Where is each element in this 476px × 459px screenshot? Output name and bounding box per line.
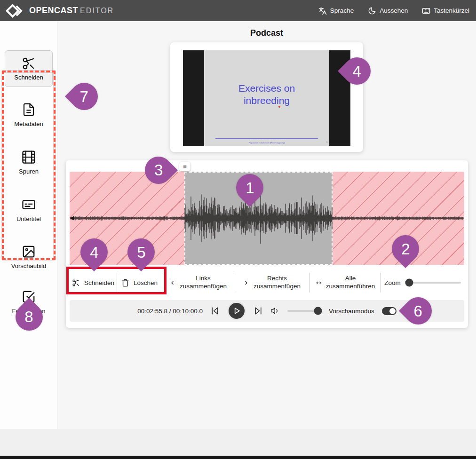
pin-number: 2 xyxy=(401,241,410,257)
time-display: 00:02:55.8 / 00:10:00.0 xyxy=(137,308,203,315)
volume-icon[interactable] xyxy=(270,306,280,316)
pillarbox-left xyxy=(183,50,204,146)
sidebar-item-metadaten[interactable]: Metadaten xyxy=(0,103,57,127)
merge-all-button[interactable]: Allezusammenführen xyxy=(310,269,381,296)
scissors-icon xyxy=(22,56,36,71)
sidebar: Schneiden Metadaten Spuren Untertitel Vo… xyxy=(0,21,57,429)
sidebar-item-spuren[interactable]: Spuren xyxy=(0,150,57,175)
appearance-label: Aussehen xyxy=(380,7,408,14)
preview-mode-toggle[interactable] xyxy=(382,307,397,315)
sidebar-item-label: Vorschaubild xyxy=(11,262,46,269)
film-icon xyxy=(22,150,36,164)
cut-button-label: Schneiden xyxy=(84,279,114,286)
chevron-right-icon xyxy=(243,280,249,286)
zoom-label: Zoom xyxy=(384,279,401,286)
trash-icon xyxy=(121,279,129,287)
cut-button[interactable]: Schneiden xyxy=(70,269,117,296)
shortcuts-button[interactable]: Tastenkürzel xyxy=(422,7,469,15)
arrow-left-right-icon xyxy=(316,280,322,286)
merge-right-label-1: Rechts xyxy=(267,275,287,282)
scrubber-handle[interactable]: ≡ xyxy=(179,162,190,171)
pin-number: 3 xyxy=(154,163,163,178)
drag-handle-icon: ≡ xyxy=(183,163,187,170)
merge-right-label-2: zusammenfügen xyxy=(254,283,301,290)
skip-forward-icon[interactable] xyxy=(254,306,263,316)
scissors-icon xyxy=(72,279,80,287)
shortcuts-label: Tastenkürzel xyxy=(434,7,469,14)
pin-number: 6 xyxy=(414,303,422,318)
timeline-button-row: Schneiden Löschen Linkszusammenfügen Rec… xyxy=(70,269,464,296)
slide-page-number: 1 xyxy=(326,141,327,143)
sidebar-item-label: Spuren xyxy=(19,168,39,175)
bottom-black-bar xyxy=(0,456,476,459)
pin-number: 8 xyxy=(25,309,33,324)
play-button[interactable] xyxy=(227,301,246,320)
pin-number: 1 xyxy=(246,180,254,196)
captions-icon xyxy=(22,198,36,212)
brand-suffix: EDITOR xyxy=(80,7,114,15)
toggle-knob xyxy=(389,308,396,314)
opencast-logo-icon xyxy=(6,4,24,18)
pin-number: 4 xyxy=(353,63,361,79)
merge-all-label-2: zusammenführen xyxy=(326,283,375,290)
document-icon xyxy=(22,103,36,117)
page-title: Podcast xyxy=(57,28,476,38)
merge-all-label-1: Alle xyxy=(345,275,356,282)
opencast-editor-page: OPENCAST EDITOR Sprache Aussehen Tastenk… xyxy=(0,0,476,459)
keyboard-icon xyxy=(422,7,430,15)
chevron-left-icon xyxy=(169,280,175,286)
sidebar-item-label: Metadaten xyxy=(14,120,43,127)
merge-left-label-2: zusammenfügen xyxy=(180,283,227,290)
sidebar-item-vorschaubild[interactable]: Vorschaubild xyxy=(0,245,57,269)
sidebar-item-untertitel[interactable]: Untertitel xyxy=(0,198,57,222)
image-icon xyxy=(22,245,36,259)
zoom-slider-thumb[interactable] xyxy=(405,279,413,287)
merge-left-button[interactable]: Linkszusammenfügen xyxy=(162,269,234,296)
pin-number: 7 xyxy=(80,88,88,104)
volume-slider-thumb[interactable] xyxy=(314,307,322,315)
skip-back-icon[interactable] xyxy=(210,306,220,316)
top-menu: Sprache Aussehen Tastenkürzel xyxy=(318,7,469,15)
delete-button[interactable]: Löschen xyxy=(117,269,162,296)
sidebar-item-schneiden[interactable]: Schneiden xyxy=(5,50,53,87)
video-preview-card: Exercises on inbreeding Population subdi… xyxy=(170,42,363,152)
languages-icon xyxy=(318,7,327,15)
preview-mode-label: Vorschaumodus xyxy=(329,308,374,315)
slide-content: Exercises on inbreeding Population subdi… xyxy=(204,50,329,146)
video-frame[interactable]: Exercises on inbreeding Population subdi… xyxy=(183,50,350,146)
play-icon xyxy=(232,306,241,316)
moon-icon xyxy=(368,7,376,15)
merge-right-button[interactable]: Rechtszusammenfügen xyxy=(234,269,309,296)
slide-footer-line xyxy=(215,138,318,139)
delete-button-label: Löschen xyxy=(134,279,158,286)
top-bar: OPENCAST EDITOR Sprache Aussehen Tastenk… xyxy=(0,0,476,21)
language-button[interactable]: Sprache xyxy=(318,7,354,15)
appearance-button[interactable]: Aussehen xyxy=(368,7,408,15)
brand-name: OPENCAST xyxy=(29,6,78,16)
zoom-control: Zoom xyxy=(381,269,464,296)
zoom-slider[interactable] xyxy=(405,282,461,284)
brand-logo: OPENCAST EDITOR xyxy=(6,4,114,18)
pin-number: 5 xyxy=(137,245,145,260)
bottom-strip xyxy=(0,429,476,456)
slide-title: Exercises on inbreeding xyxy=(217,82,317,107)
laser-dot xyxy=(278,106,280,108)
merge-left-label-1: Links xyxy=(196,275,211,282)
language-label: Sprache xyxy=(330,7,354,14)
slide-footer-text: Population subdivision [Heterozygosity] xyxy=(232,142,301,144)
volume-slider[interactable] xyxy=(287,310,321,312)
sidebar-item-label: Untertitel xyxy=(16,215,41,222)
pin-number: 4 xyxy=(90,245,98,260)
sidebar-item-label: Schneiden xyxy=(14,74,43,81)
